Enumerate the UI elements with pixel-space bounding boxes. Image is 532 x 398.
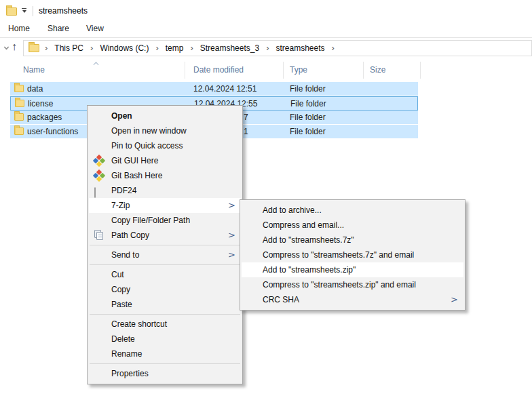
- menu-item-compress-7z-email[interactable]: Compress to "streamsheets.7z" and email: [242, 247, 463, 262]
- file-type: File folder: [290, 97, 326, 111]
- 7zip-submenu: Add to archive... Compress and email... …: [240, 199, 466, 311]
- column-divider[interactable]: [283, 62, 284, 79]
- menu-item-delete[interactable]: Delete: [89, 332, 241, 346]
- menu-separator: [90, 363, 240, 364]
- column-header-name[interactable]: Name: [23, 65, 45, 75]
- window-title: streamsheets: [39, 6, 88, 16]
- file-name: data: [27, 82, 43, 96]
- menu-item-git-bash-here[interactable]: Git Bash Here: [89, 168, 241, 183]
- folder-icon: [14, 127, 24, 135]
- menu-item-crc-sha[interactable]: CRC SHA >: [242, 292, 463, 307]
- menu-item-add-to-archive[interactable]: Add to archive...: [242, 203, 463, 218]
- menu-item-git-gui-here[interactable]: Git GUI Here: [89, 153, 241, 168]
- submenu-arrow-icon: >: [228, 198, 235, 213]
- column-divider[interactable]: [185, 62, 185, 79]
- column-headers: Name Date modified Type Size: [0, 60, 532, 80]
- tab-home[interactable]: Home: [8, 24, 30, 33]
- breadcrumb-chevron-icon: ›: [185, 43, 198, 53]
- column-header-size[interactable]: Size: [370, 65, 385, 75]
- menu-item-copy[interactable]: Copy: [89, 282, 241, 297]
- file-type: File folder: [290, 111, 326, 124]
- menu-item-send-to[interactable]: Send to >: [89, 247, 241, 262]
- file-name: user-functions: [27, 125, 78, 138]
- git-icon: [94, 170, 104, 181]
- menu-item-compress-zip-email[interactable]: Compress to "streamsheets.zip" and email: [242, 277, 463, 292]
- menu-item-create-shortcut[interactable]: Create shortcut: [89, 317, 241, 332]
- folder-icon: [14, 85, 24, 92]
- title-bar: streamsheets: [0, 0, 532, 22]
- breadcrumb-temp[interactable]: temp: [164, 43, 185, 53]
- menu-item-add-to-zip[interactable]: Add to "streamsheets.zip": [242, 262, 463, 277]
- breadcrumb-this-pc[interactable]: This PC: [53, 43, 85, 53]
- breadcrumb-chevron-icon: ›: [85, 43, 98, 53]
- file-type: File folder: [290, 125, 326, 138]
- menu-item-pdf24[interactable]: PDF24: [89, 183, 241, 198]
- folder-icon: [15, 100, 24, 107]
- address-bar[interactable]: › This PC › Windows (C:) › temp › Stream…: [23, 40, 532, 56]
- submenu-arrow-icon: >: [228, 228, 235, 243]
- menu-item-add-to-7z[interactable]: Add to "streamsheets.7z": [242, 233, 463, 247]
- folder-icon: [14, 113, 24, 121]
- breadcrumb-streamsheets3[interactable]: Streamsheets_3: [199, 43, 261, 53]
- menu-item-cut[interactable]: Cut: [89, 267, 241, 282]
- submenu-arrow-icon: >: [228, 247, 235, 262]
- column-divider[interactable]: [363, 62, 364, 79]
- menu-item-paste[interactable]: Paste: [89, 297, 241, 312]
- menu-item-7zip[interactable]: 7-Zip >: [89, 198, 241, 213]
- submenu-arrow-icon: >: [451, 292, 458, 307]
- recent-locations-dropdown-icon[interactable]: [4, 45, 10, 50]
- breadcrumb-chevron-icon: ›: [39, 43, 53, 53]
- menu-item-open[interactable]: Open: [89, 108, 241, 123]
- copy-pages-icon: [94, 230, 104, 241]
- ribbon-tabs: Home Share View: [0, 22, 532, 37]
- title-separator: [33, 6, 33, 16]
- tab-share[interactable]: Share: [48, 24, 69, 33]
- table-row[interactable]: data 12.04.2024 12:51 File folder: [10, 82, 418, 96]
- file-name: license: [28, 97, 53, 111]
- menu-item-open-new-window[interactable]: Open in new window: [89, 123, 241, 138]
- column-divider[interactable]: [420, 62, 421, 79]
- menu-item-copy-file-folder-path[interactable]: Copy File/Folder Path: [89, 213, 241, 228]
- up-one-level-icon[interactable]: ↑: [12, 41, 17, 53]
- file-date-modified: 12.04.2024 12:51: [193, 82, 256, 96]
- app-folder-icon: [6, 7, 17, 16]
- breadcrumb-chevron-icon: ›: [150, 43, 164, 53]
- ribbon-underline: [0, 37, 532, 38]
- quick-access-toolbar-dropdown-icon[interactable]: [21, 8, 27, 13]
- breadcrumb-streamsheets[interactable]: streamsheets: [275, 43, 326, 53]
- git-icon: [94, 155, 104, 166]
- menu-item-properties[interactable]: Properties: [89, 366, 241, 381]
- menu-separator: [90, 314, 240, 315]
- file-name: packages: [27, 111, 62, 124]
- menu-item-path-copy[interactable]: Path Copy >: [89, 228, 241, 243]
- menu-item-rename[interactable]: Rename: [89, 346, 241, 361]
- breadcrumb-chevron-icon: ›: [326, 43, 340, 53]
- column-header-date-modified[interactable]: Date modified: [193, 65, 244, 75]
- pdf24-icon: [94, 185, 104, 196]
- breadcrumb-windows-c[interactable]: Windows (C:): [98, 43, 150, 53]
- column-header-type[interactable]: Type: [290, 65, 307, 75]
- breadcrumb-folder-icon: [28, 44, 39, 52]
- context-menu: Open Open in new window Pin to Quick acc…: [87, 105, 243, 384]
- menu-item-pin-quick-access[interactable]: Pin to Quick access: [89, 138, 241, 153]
- menu-separator: [90, 264, 240, 265]
- menu-separator: [90, 245, 240, 245]
- breadcrumb-chevron-icon: ›: [261, 43, 274, 53]
- menu-item-compress-and-email[interactable]: Compress and email...: [242, 218, 463, 233]
- tab-view[interactable]: View: [86, 24, 104, 33]
- file-type: File folder: [290, 82, 326, 96]
